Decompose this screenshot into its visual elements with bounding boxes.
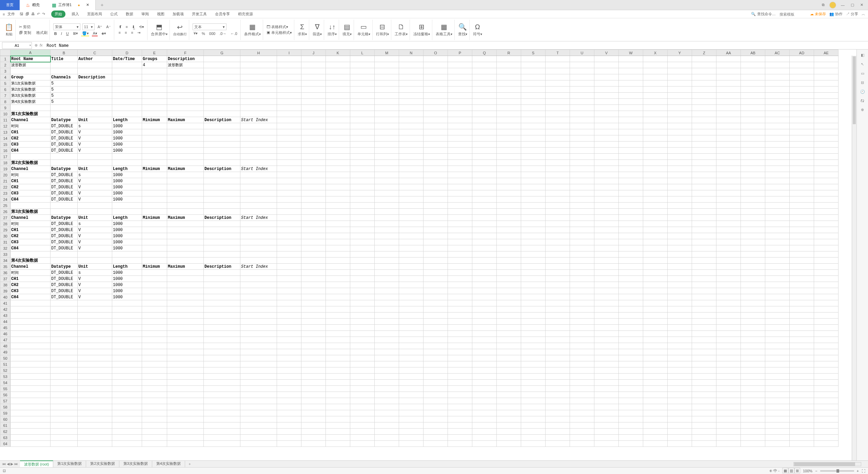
cell-P58[interactable] bbox=[448, 404, 472, 410]
cell-I28[interactable] bbox=[277, 221, 301, 227]
cell-I42[interactable] bbox=[277, 306, 301, 312]
cell-U22[interactable] bbox=[570, 184, 594, 190]
cell-S8[interactable] bbox=[521, 99, 546, 105]
cell-P7[interactable] bbox=[448, 93, 472, 99]
cell-R18[interactable] bbox=[497, 160, 521, 166]
cell-L53[interactable] bbox=[350, 374, 375, 380]
cell-A51[interactable] bbox=[11, 361, 51, 367]
cell-V22[interactable] bbox=[594, 184, 619, 190]
zoom-out-icon[interactable]: − bbox=[815, 469, 817, 473]
cell-S13[interactable] bbox=[521, 129, 546, 135]
cell-S5[interactable] bbox=[521, 80, 546, 87]
cell-AA49[interactable] bbox=[716, 349, 741, 355]
cell-Q41[interactable] bbox=[472, 300, 497, 306]
cell-A32[interactable]: CH4 bbox=[11, 245, 51, 251]
cell-M6[interactable] bbox=[375, 87, 399, 93]
col-header-M[interactable]: M bbox=[375, 50, 399, 56]
cell-Q50[interactable] bbox=[472, 355, 497, 361]
cell-K42[interactable] bbox=[326, 306, 350, 312]
cell-F43[interactable] bbox=[167, 312, 204, 319]
cell-E14[interactable] bbox=[142, 135, 167, 141]
cell-A22[interactable]: CH2 bbox=[11, 184, 51, 190]
cell-P36[interactable] bbox=[448, 270, 472, 276]
cell-K16[interactable] bbox=[326, 148, 350, 154]
cell-T48[interactable] bbox=[546, 343, 570, 349]
cell-L62[interactable] bbox=[350, 429, 375, 435]
cell-AD9[interactable] bbox=[790, 105, 814, 111]
cell-S61[interactable] bbox=[521, 422, 546, 429]
hamburger-icon[interactable]: ≡ bbox=[3, 12, 5, 16]
cell-O55[interactable] bbox=[423, 386, 448, 392]
cell-V45[interactable] bbox=[594, 325, 619, 331]
cell-E16[interactable] bbox=[142, 148, 167, 154]
cell-L24[interactable] bbox=[350, 196, 375, 203]
cell-W53[interactable] bbox=[619, 374, 643, 380]
cell-Z45[interactable] bbox=[692, 325, 716, 331]
cell-O33[interactable] bbox=[423, 251, 448, 258]
cell-V42[interactable] bbox=[594, 306, 619, 312]
cell-D60[interactable] bbox=[112, 416, 142, 422]
cell-O32[interactable] bbox=[423, 245, 448, 251]
cell-P54[interactable] bbox=[448, 380, 472, 386]
cell-M10[interactable] bbox=[375, 111, 399, 117]
cell-F26[interactable] bbox=[167, 209, 204, 215]
cell-AB39[interactable] bbox=[741, 288, 765, 294]
cell-Z35[interactable] bbox=[692, 264, 716, 270]
spreadsheet-grid[interactable]: ABCDEFGHIJKLMNOPQRSTUVWXYZAAABACADAE1Roo… bbox=[0, 50, 856, 460]
align-bottom-icon[interactable]: ⬇̲ bbox=[131, 24, 136, 30]
cell-Y30[interactable] bbox=[668, 233, 692, 239]
cell-T15[interactable] bbox=[546, 141, 570, 148]
cell-N52[interactable] bbox=[399, 367, 423, 374]
cell-A18[interactable]: 第2次实验数据 bbox=[11, 160, 51, 166]
cell-Z12[interactable] bbox=[692, 123, 716, 129]
cell-Z14[interactable] bbox=[692, 135, 716, 141]
cell-J35[interactable] bbox=[301, 264, 326, 270]
cell-AC34[interactable] bbox=[765, 258, 790, 264]
cell-G53[interactable] bbox=[204, 374, 240, 380]
cell-M8[interactable] bbox=[375, 99, 399, 105]
cell-Z22[interactable] bbox=[692, 184, 716, 190]
cell-L7[interactable] bbox=[350, 93, 375, 99]
cell-R50[interactable] bbox=[497, 355, 521, 361]
cell-O45[interactable] bbox=[423, 325, 448, 331]
cell-F38[interactable] bbox=[167, 282, 204, 288]
col-header-N[interactable]: N bbox=[399, 50, 423, 56]
cell-W13[interactable] bbox=[619, 129, 643, 135]
cell-AD48[interactable] bbox=[790, 343, 814, 349]
cell-K53[interactable] bbox=[326, 374, 350, 380]
col-header-R[interactable]: R bbox=[497, 50, 521, 56]
cell-Q2[interactable] bbox=[472, 62, 497, 68]
cell-B13[interactable]: DT_DOUBLE bbox=[51, 129, 78, 135]
cell-F56[interactable] bbox=[167, 392, 204, 398]
cell-I52[interactable] bbox=[277, 367, 301, 374]
cell-AD34[interactable] bbox=[790, 258, 814, 264]
cell-B43[interactable] bbox=[51, 312, 78, 319]
cell-D14[interactable]: 1000 bbox=[112, 135, 142, 141]
cell-U52[interactable] bbox=[570, 367, 594, 374]
cell-Z52[interactable] bbox=[692, 367, 716, 374]
cell-B11[interactable]: Datatype bbox=[51, 117, 78, 123]
cell-A2[interactable]: 波形数据 bbox=[11, 62, 51, 68]
region-indicator[interactable]: ⊕ 中 - bbox=[769, 468, 780, 473]
cell-W21[interactable] bbox=[619, 178, 643, 184]
cell-M63[interactable] bbox=[375, 435, 399, 441]
cell-U27[interactable] bbox=[570, 215, 594, 221]
cell-D51[interactable] bbox=[112, 361, 142, 367]
cell-X55[interactable] bbox=[643, 386, 668, 392]
cell-C6[interactable] bbox=[78, 87, 112, 93]
cell-X20[interactable] bbox=[643, 172, 668, 178]
cell-G54[interactable] bbox=[204, 380, 240, 386]
cell-E37[interactable] bbox=[142, 276, 167, 282]
cell-K19[interactable] bbox=[326, 166, 350, 172]
cell-U9[interactable] bbox=[570, 105, 594, 111]
cell-AD38[interactable] bbox=[790, 282, 814, 288]
cell-N30[interactable] bbox=[399, 233, 423, 239]
cell-D54[interactable] bbox=[112, 380, 142, 386]
cell-Y47[interactable] bbox=[668, 337, 692, 343]
cell-S26[interactable] bbox=[521, 209, 546, 215]
cell-L30[interactable] bbox=[350, 233, 375, 239]
cell-X25[interactable] bbox=[643, 203, 668, 209]
cell-P56[interactable] bbox=[448, 392, 472, 398]
cell-T47[interactable] bbox=[546, 337, 570, 343]
cell-E60[interactable] bbox=[142, 416, 167, 422]
